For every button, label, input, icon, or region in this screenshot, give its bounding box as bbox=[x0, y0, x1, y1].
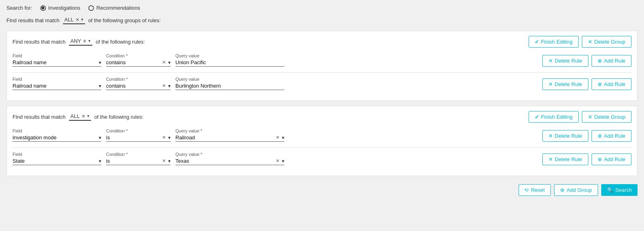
group-1-rule-2-field-arrow-icon[interactable]: ▾ bbox=[99, 83, 101, 89]
group-2-rule-1-query-arrow-icon[interactable]: ▾ bbox=[282, 135, 284, 141]
group-2-rule-2-delete-button[interactable]: ✕ Delete Rule bbox=[542, 153, 588, 165]
top-match-row: Find results that match ALL ✕ ▾ of the f… bbox=[6, 17, 638, 24]
radio-investigations-icon bbox=[40, 5, 46, 11]
add-group-button[interactable]: ⊕ Add Group bbox=[554, 184, 598, 196]
group-1-rule-1-field-col: Field Railroad name ▾ bbox=[13, 53, 101, 67]
group-1-rule-2-actions: ✕ Delete Rule ⊕ Add Rule bbox=[542, 78, 631, 90]
group-2-delete-group-button[interactable]: ✕ Delete Group bbox=[582, 111, 631, 123]
group-1-rule-2-add-button[interactable]: ⊕ Add Rule bbox=[592, 78, 631, 90]
radio-investigations-label: Investigations bbox=[48, 5, 81, 11]
radio-recommendations[interactable]: Recommendations bbox=[88, 5, 140, 11]
top-match-suffix: of the following groups of rules: bbox=[88, 17, 161, 23]
group-1-match-prefix: Find results that match bbox=[13, 39, 66, 45]
search-for-label: Search for: bbox=[6, 5, 32, 11]
group-2-rule-2-query-clear-icon[interactable]: ✕ bbox=[276, 158, 279, 164]
delete-rule-x-icon-3: ✕ bbox=[548, 133, 553, 139]
group-1-actions: ✔ Finish Editing ✕ Delete Group bbox=[529, 36, 631, 48]
group-2-rule-2-actions: ✕ Delete Rule ⊕ Add Rule bbox=[542, 153, 631, 165]
group-1-match-clear-icon[interactable]: ✕ bbox=[83, 38, 87, 44]
top-match-prefix: Find results that match bbox=[6, 17, 60, 23]
group-1-rule-1-condition-label: Condition * bbox=[106, 53, 171, 58]
group-2-match-dropdown-icon[interactable]: ▾ bbox=[87, 113, 90, 119]
group-1-rule-1-condition-value: contains bbox=[106, 59, 160, 65]
group-1-rule-2-field-select[interactable]: Railroad name ▾ bbox=[13, 83, 101, 90]
group-1-rule-2-delete-button[interactable]: ✕ Delete Rule bbox=[542, 78, 588, 90]
footer-row: ↻ Reset ⊕ Add Group 🔍 Search bbox=[6, 181, 638, 196]
group-2-rule-2-add-button[interactable]: ⊕ Add Rule bbox=[592, 153, 631, 165]
add-rule-plus-icon-3: ⊕ bbox=[598, 133, 602, 139]
group-1-rule-1: Field Railroad name ▾ Condition * contai… bbox=[13, 53, 631, 67]
top-match-value: ALL bbox=[65, 17, 74, 23]
group-1-rule-2-condition-arrow-icon[interactable]: ▾ bbox=[168, 83, 171, 89]
group-1-match-dropdown-icon[interactable]: ▾ bbox=[88, 38, 91, 44]
group-1-rule-1-field-arrow-icon[interactable]: ▾ bbox=[99, 60, 101, 65]
group-2-rule-2-query-arrow-icon[interactable]: ▾ bbox=[282, 158, 284, 164]
group-1-finish-editing-button[interactable]: ✔ Finish Editing bbox=[529, 36, 579, 48]
group-2-rule-2: Field State ▾ Condition * is ✕ ▾ Query v… bbox=[13, 152, 631, 165]
group-1-rule-1-add-button[interactable]: ⊕ Add Rule bbox=[592, 55, 631, 67]
group-2-rule-1-condition-col: Condition * is ✕ ▾ bbox=[106, 128, 171, 142]
delete-group-x-icon-2: ✕ bbox=[588, 114, 592, 120]
group-1-rule-2-condition-value: contains bbox=[106, 83, 160, 89]
group-2-rule-2-field-label: Field bbox=[13, 152, 101, 157]
radio-recommendations-label: Recommendations bbox=[96, 5, 140, 11]
group-1-rule-1-delete-button[interactable]: ✕ Delete Rule bbox=[542, 55, 588, 67]
group-2-rule-1-add-button[interactable]: ⊕ Add Rule bbox=[592, 130, 631, 142]
group-2-rule-1-query-clear-icon[interactable]: ✕ bbox=[276, 135, 279, 140]
group-1-match-chip[interactable]: ANY ✕ ▾ bbox=[69, 38, 93, 46]
group-2-rule-1-field-arrow-icon[interactable]: ▾ bbox=[99, 135, 101, 141]
group-2-rule-2-condition-value: is bbox=[106, 158, 160, 164]
group-2-rule-2-condition-clear-icon[interactable]: ✕ bbox=[162, 158, 166, 164]
group-1-rule-2-field-label: Field bbox=[13, 77, 101, 82]
top-match-clear-icon[interactable]: ✕ bbox=[75, 17, 79, 23]
group-1-rule-2-field-col: Field Railroad name ▾ bbox=[13, 77, 101, 90]
group-2-rule-1-field-value: Investigation mode bbox=[13, 134, 99, 141]
group-2-rule-2-field-arrow-icon[interactable]: ▾ bbox=[99, 158, 101, 164]
group-2-match-prefix: Find results that match bbox=[13, 114, 66, 120]
top-match-chip[interactable]: ALL ✕ ▾ bbox=[63, 17, 85, 24]
group-2-rule-1-condition-arrow-icon[interactable]: ▾ bbox=[168, 135, 171, 141]
group-1-rule-2-query-label: Query value bbox=[175, 77, 284, 82]
group-1-rule-1-condition-arrow-icon[interactable]: ▾ bbox=[168, 60, 171, 65]
top-match-dropdown-icon[interactable]: ▾ bbox=[81, 17, 83, 22]
group-1-rule-2: Field Railroad name ▾ Condition * contai… bbox=[13, 77, 631, 90]
group-1-rule-1-condition-select[interactable]: contains ✕ ▾ bbox=[106, 59, 171, 67]
group-1-rule-1-field-select[interactable]: Railroad name ▾ bbox=[13, 59, 101, 67]
group-2-match-chip[interactable]: ALL ✕ ▾ bbox=[69, 113, 91, 121]
group-1-rule-1-actions: ✕ Delete Rule ⊕ Add Rule bbox=[542, 55, 631, 67]
group-1-rule-1-query-input[interactable] bbox=[175, 59, 284, 65]
group-2-rule-1-delete-button[interactable]: ✕ Delete Rule bbox=[542, 130, 588, 142]
group-2-rule-2-condition-select[interactable]: is ✕ ▾ bbox=[106, 158, 171, 165]
group-2-rule-1-condition-clear-icon[interactable]: ✕ bbox=[162, 135, 166, 140]
group-1-rule-1-field-value: Railroad name bbox=[13, 59, 99, 65]
group-2-rule-2-condition-arrow-icon[interactable]: ▾ bbox=[168, 158, 171, 164]
search-for-row: Search for: Investigations Recommendatio… bbox=[6, 5, 638, 11]
reset-button[interactable]: ↻ Reset bbox=[519, 184, 551, 196]
group-1-rule-2-field-value: Railroad name bbox=[13, 83, 99, 89]
group-2-rule-2-field-select[interactable]: State ▾ bbox=[13, 158, 101, 165]
group-1-delete-group-button[interactable]: ✕ Delete Group bbox=[582, 36, 631, 48]
group-1-rule-1-field-label: Field bbox=[13, 53, 101, 58]
group-2-rule-1-field-select[interactable]: Investigation mode ▾ bbox=[13, 134, 101, 142]
radio-investigations[interactable]: Investigations bbox=[40, 5, 81, 11]
delete-group-x-icon: ✕ bbox=[588, 39, 592, 45]
group-2-rule-2-query-col: Query value * Texas ✕ ▾ bbox=[175, 152, 284, 165]
search-button[interactable]: 🔍 Search bbox=[601, 184, 638, 196]
group-1-rule-1-query-label: Query value bbox=[175, 53, 284, 58]
group-2-rule-1-query-value: Railroad bbox=[175, 134, 273, 141]
group-2-rule-1-condition-select[interactable]: is ✕ ▾ bbox=[106, 134, 171, 142]
group-2-finish-editing-button[interactable]: ✔ Finish Editing bbox=[529, 111, 579, 123]
group-1-rule-2-condition-select[interactable]: contains ✕ ▾ bbox=[106, 83, 171, 90]
group-1-rule-1-condition-clear-icon[interactable]: ✕ bbox=[162, 60, 166, 65]
group-1-rule-2-condition-label: Condition * bbox=[106, 77, 171, 82]
group-1-match-suffix: of the following rules: bbox=[96, 39, 145, 45]
group-2-rule-1-condition-label: Condition * bbox=[106, 128, 171, 133]
group-2-match-clear-icon[interactable]: ✕ bbox=[81, 113, 85, 119]
group-1-rule-2-query-input[interactable] bbox=[175, 83, 284, 89]
group-2-match-suffix: of the following rules: bbox=[94, 114, 144, 120]
group-1-rule-2-condition-clear-icon[interactable]: ✕ bbox=[162, 83, 166, 88]
group-2-rule-2-query-label: Query value * bbox=[175, 152, 284, 157]
group-2-rule-1: Field Investigation mode ▾ Condition * i… bbox=[13, 128, 631, 142]
group-2-rule-2-condition-label: Condition * bbox=[106, 152, 171, 157]
delete-rule-x-icon-2: ✕ bbox=[548, 81, 553, 87]
